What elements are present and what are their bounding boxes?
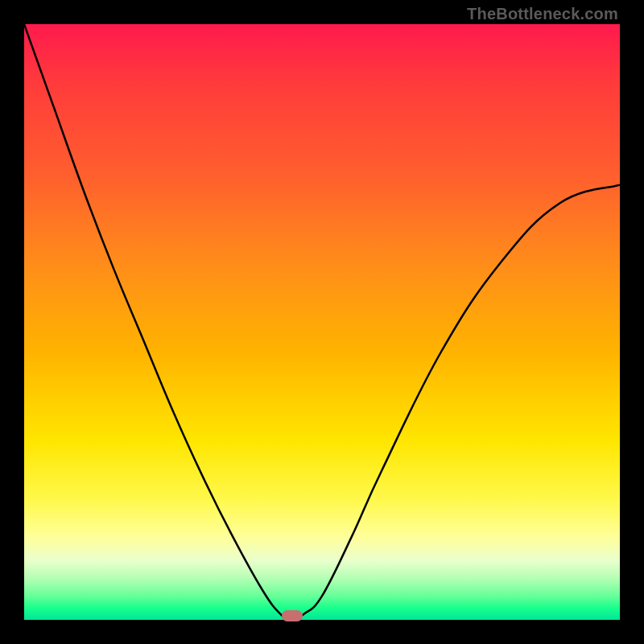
plot-area: [24, 24, 620, 620]
bottleneck-curve: [24, 24, 620, 620]
optimal-marker: [282, 610, 303, 621]
watermark-text: TheBottleneck.com: [467, 5, 618, 23]
chart-frame: TheBottleneck.com: [0, 0, 644, 644]
curve-svg: [24, 24, 620, 620]
